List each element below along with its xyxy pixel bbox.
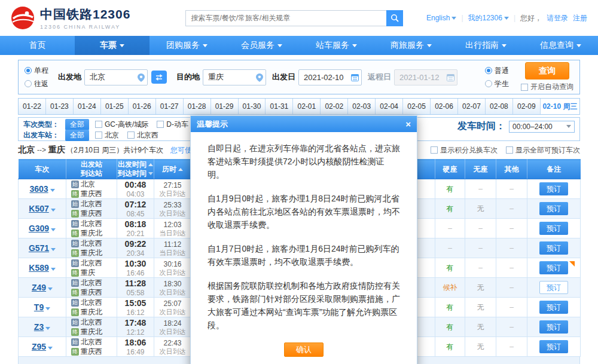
nav-item[interactable]: 商旅服务 xyxy=(374,36,448,55)
book-button[interactable]: 预订 xyxy=(539,222,568,235)
origin-station-icon: 始 xyxy=(71,338,79,346)
hard-seat-cell: 有 xyxy=(435,179,465,199)
train-number-link[interactable]: K589 xyxy=(29,263,48,273)
expand-caret-icon[interactable] xyxy=(48,347,53,350)
date-tab[interactable]: 01-23 xyxy=(46,99,74,114)
expand-caret-icon[interactable] xyxy=(51,228,56,231)
sort-asc-icon[interactable] xyxy=(148,163,153,166)
train-number-link[interactable]: Z49 xyxy=(32,283,46,292)
train-number-link[interactable]: G571 xyxy=(29,243,49,253)
query-button[interactable]: 查询 xyxy=(525,62,569,79)
depart-station-all-button[interactable]: 全部 xyxy=(65,130,89,141)
date-tab[interactable]: 01-30 xyxy=(239,99,266,114)
confirm-button[interactable]: 确认 xyxy=(284,342,324,357)
nav-item[interactable]: 车票 xyxy=(75,36,150,55)
book-button[interactable]: 预订 xyxy=(539,182,568,195)
depart-time-select[interactable]: 00:00–24:00 xyxy=(509,121,575,133)
train-number-link[interactable]: Z3 xyxy=(34,322,44,332)
nav-item[interactable]: 会员服务 xyxy=(224,36,299,55)
nav-item[interactable]: 站车服务 xyxy=(299,36,374,55)
book-button[interactable]: 预订 xyxy=(539,320,568,334)
login-link[interactable]: 请登录 xyxy=(547,13,568,23)
train-number-link[interactable]: K507 xyxy=(29,204,48,213)
date-tab[interactable]: 01-26 xyxy=(129,99,156,114)
col-duration[interactable]: 历时 xyxy=(154,160,191,179)
expand-caret-icon[interactable] xyxy=(50,189,55,192)
sort-asc-icon[interactable] xyxy=(178,168,183,171)
date-tab[interactable]: 01-28 xyxy=(184,99,211,114)
passenger-type-radio[interactable]: 学生 xyxy=(485,79,509,89)
language-link[interactable]: English xyxy=(426,14,456,22)
nav-item[interactable]: 信息查询 xyxy=(523,36,598,55)
train-type-checkbox[interactable]: GC-高铁/城际 xyxy=(95,120,148,130)
date-tab[interactable]: 02-09 xyxy=(513,99,541,114)
nav-item[interactable]: 出行指南 xyxy=(448,36,523,55)
book-button[interactable]: 预订 xyxy=(539,281,568,294)
date-tab[interactable]: 02-05 xyxy=(403,99,431,114)
hard-seat-cell: 有 xyxy=(435,199,465,219)
arrival-time: 16:49 xyxy=(117,348,154,356)
col-times[interactable]: 出发时间 到达时间 xyxy=(117,160,154,179)
sort-desc-icon[interactable] xyxy=(148,172,153,175)
terminus-station-icon: 终 xyxy=(71,308,79,316)
depart-station-checkbox[interactable]: 北京西 xyxy=(127,130,158,140)
nav-item[interactable]: 团购服务 xyxy=(150,36,224,55)
train-type-checkbox[interactable]: D-动车 xyxy=(157,120,188,130)
book-button[interactable]: 预订 xyxy=(539,261,568,274)
train-number-link[interactable]: 3603 xyxy=(29,184,48,194)
date-tab[interactable]: 02-02 xyxy=(321,99,348,114)
site-logo[interactable]: 中国铁路12306 12306 CHINA RAILWAY xyxy=(11,6,130,30)
expand-caret-icon[interactable] xyxy=(51,268,56,271)
date-tab[interactable]: 01-29 xyxy=(211,99,239,114)
date-tab-selected[interactable]: 02-10 周三 xyxy=(541,99,579,114)
date-tab[interactable]: 01-22 xyxy=(19,99,46,114)
origin-station-icon: 始 xyxy=(71,259,79,267)
depart-station-checkbox[interactable]: 北京 xyxy=(95,130,119,140)
my12306-link[interactable]: 我的12306 xyxy=(468,13,509,23)
book-button[interactable]: 预订 xyxy=(539,340,568,353)
col-hard-seat: 硬座 xyxy=(435,160,465,179)
date-tab[interactable]: 01-25 xyxy=(101,99,129,114)
time-cell: 08:1820:21 xyxy=(117,219,154,238)
date-tab[interactable]: 01-24 xyxy=(74,99,101,114)
train-type-all-button[interactable]: 全部 xyxy=(65,119,89,130)
search-input[interactable] xyxy=(185,10,386,26)
nav-item[interactable]: 首页 xyxy=(0,36,75,55)
expand-caret-icon[interactable] xyxy=(45,327,50,330)
auto-query-toggle[interactable]: 开启自动查询 xyxy=(521,82,573,92)
expand-caret-icon[interactable] xyxy=(51,248,56,251)
col-train[interactable]: 车次 xyxy=(19,160,66,179)
date-tab[interactable]: 02-01 xyxy=(293,99,321,114)
trip-type-radio[interactable]: 往返 xyxy=(25,79,48,89)
depart-station-label: 出发车站： xyxy=(23,130,59,140)
expand-caret-icon[interactable] xyxy=(51,209,56,212)
date-tab[interactable]: 02-07 xyxy=(458,99,486,114)
passenger-type-radio[interactable]: 普通 xyxy=(485,66,509,76)
train-number-link[interactable]: Z95 xyxy=(32,342,46,351)
date-tab[interactable]: 02-04 xyxy=(376,99,403,114)
date-tab[interactable]: 02-03 xyxy=(348,99,376,114)
book-button[interactable]: 预订 xyxy=(539,202,568,215)
points-exchange-toggle[interactable]: 显示积分兑换车次 xyxy=(431,145,498,155)
book-button[interactable]: 预订 xyxy=(539,301,568,314)
book-button[interactable]: 预订 xyxy=(539,241,568,255)
location-pin-icon xyxy=(256,74,263,82)
swap-stations-button[interactable] xyxy=(151,71,167,84)
date-tab[interactable]: 01-27 xyxy=(156,99,184,114)
trip-type-radio[interactable]: 单程 xyxy=(25,66,48,76)
date-tab[interactable]: 02-06 xyxy=(431,99,458,114)
search-button[interactable] xyxy=(386,10,403,26)
chevron-down-icon xyxy=(566,125,571,128)
arrival-day-label: 次日到达 xyxy=(154,308,191,316)
language-label: English xyxy=(426,14,450,22)
all-bookable-toggle[interactable]: 显示全部可预订车次 xyxy=(506,145,580,155)
close-icon[interactable]: × xyxy=(405,120,411,129)
date-tab[interactable]: 02-08 xyxy=(486,99,513,114)
train-number-link[interactable]: G309 xyxy=(29,224,49,233)
expand-caret-icon[interactable] xyxy=(48,287,53,290)
register-link[interactable]: 注册 xyxy=(573,13,587,23)
train-number-link[interactable]: T9 xyxy=(34,302,44,312)
date-tab[interactable]: 01-31 xyxy=(266,99,293,114)
duration-cell: 22:43次日到达 xyxy=(154,337,191,357)
expand-caret-icon[interactable] xyxy=(45,307,50,310)
